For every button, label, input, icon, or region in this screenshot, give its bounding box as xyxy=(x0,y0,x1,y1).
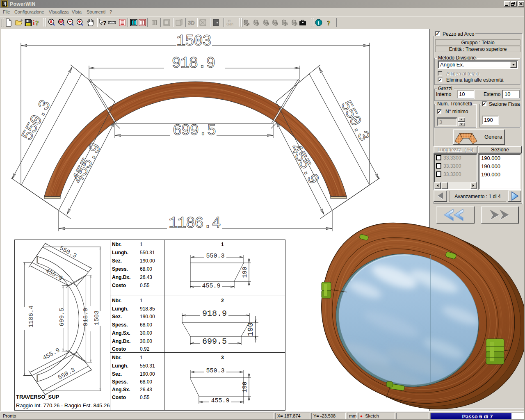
svg-text:Gen: Gen xyxy=(226,22,233,26)
svg-text:?: ? xyxy=(103,20,107,26)
svg-text:?: ? xyxy=(35,19,39,27)
svg-text:i: i xyxy=(33,19,35,26)
svg-text:Genera: Genera xyxy=(484,134,502,140)
svg-text:?: ? xyxy=(327,19,331,27)
svg-text:W: W xyxy=(59,20,63,24)
svg-text:3D: 3D xyxy=(188,20,195,26)
svg-text:A: A xyxy=(50,20,52,24)
